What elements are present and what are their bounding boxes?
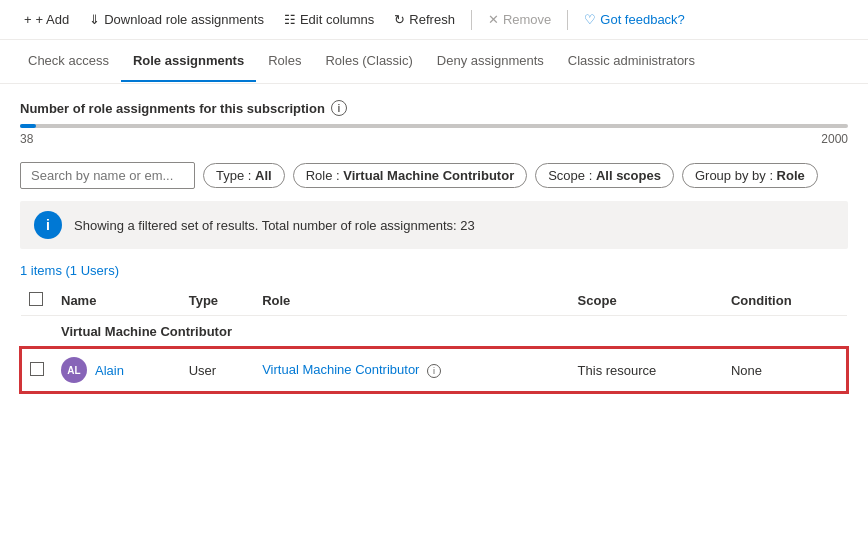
groupby-label: Group by	[695, 168, 748, 183]
select-all-checkbox[interactable]	[29, 292, 43, 306]
main-content: Number of role assignments for this subs…	[0, 84, 868, 536]
filter-row: Type : All Role : Virtual Machine Contri…	[20, 162, 848, 189]
row-type-cell: User	[181, 348, 254, 392]
role-label: Role	[306, 168, 333, 183]
progress-section: Number of role assignments for this subs…	[20, 100, 848, 146]
tab-role-assignments[interactable]: Role assignments	[121, 41, 256, 82]
tab-check-access[interactable]: Check access	[16, 41, 121, 82]
row-scope-cell: This resource	[570, 348, 723, 392]
user-name-link[interactable]: Alain	[95, 363, 124, 378]
col-checkbox	[21, 286, 53, 316]
progress-bar	[20, 124, 848, 128]
tabs: Check access Role assignments Roles Role…	[0, 40, 868, 84]
avatar: AL	[61, 357, 87, 383]
download-icon: ⇓	[89, 12, 100, 27]
progress-labels: 38 2000	[20, 132, 848, 146]
columns-icon: ☷	[284, 12, 296, 27]
role-value: Virtual Machine Contributor	[343, 168, 514, 183]
toolbar: + + Add ⇓ Download role assignments ☷ Ed…	[0, 0, 868, 40]
progress-title-text: Number of role assignments for this subs…	[20, 101, 325, 116]
row-condition-cell: None	[723, 348, 847, 392]
scope-value: All scopes	[596, 168, 661, 183]
tab-roles[interactable]: Roles	[256, 41, 313, 82]
row-name-cell: AL Alain	[53, 348, 181, 392]
search-input[interactable]	[20, 162, 195, 189]
col-condition: Condition	[723, 286, 847, 316]
data-table: Name Type Role Scope Condition Virtual M…	[20, 286, 848, 393]
row-role-cell: Virtual Machine Contributor i	[254, 348, 569, 392]
download-button[interactable]: ⇓ Download role assignments	[81, 8, 272, 31]
remove-label: Remove	[503, 12, 551, 27]
refresh-label: Refresh	[409, 12, 455, 27]
col-scope: Scope	[570, 286, 723, 316]
tab-deny-assignments[interactable]: Deny assignments	[425, 41, 556, 82]
group-header-row: Virtual Machine Contributor	[21, 316, 847, 349]
type-label: Type	[216, 168, 244, 183]
scope-filter[interactable]: Scope : All scopes	[535, 163, 674, 188]
tab-roles-classic[interactable]: Roles (Classic)	[313, 41, 424, 82]
scope-label: Scope	[548, 168, 585, 183]
add-button[interactable]: + + Add	[16, 8, 77, 31]
group-label: Virtual Machine Contributor	[53, 316, 847, 349]
type-filter[interactable]: Type : All	[203, 163, 285, 188]
remove-icon: ✕	[488, 12, 499, 27]
type-value: All	[255, 168, 272, 183]
feedback-button[interactable]: ♡ Got feedback?	[576, 8, 693, 31]
heart-icon: ♡	[584, 12, 596, 27]
progress-current: 38	[20, 132, 33, 146]
tab-classic-administrators[interactable]: Classic administrators	[556, 41, 707, 82]
download-label: Download role assignments	[104, 12, 264, 27]
refresh-icon: ↻	[394, 12, 405, 27]
info-banner-icon: i	[34, 211, 62, 239]
separator-2	[567, 10, 568, 30]
groupby-filter[interactable]: Group by by : Role	[682, 163, 818, 188]
row-checkbox-cell	[21, 348, 53, 392]
edit-columns-label: Edit columns	[300, 12, 374, 27]
progress-max: 2000	[821, 132, 848, 146]
table-meta: 1 items (1 Users)	[20, 263, 848, 278]
col-name: Name	[53, 286, 181, 316]
info-banner: i Showing a filtered set of results. Tot…	[20, 201, 848, 249]
separator-1	[471, 10, 472, 30]
add-icon: +	[24, 12, 32, 27]
role-link[interactable]: Virtual Machine Contributor	[262, 362, 419, 377]
col-role: Role	[254, 286, 569, 316]
feedback-label: Got feedback?	[600, 12, 685, 27]
progress-info-icon[interactable]: i	[331, 100, 347, 116]
groupby-value: Role	[777, 168, 805, 183]
role-filter[interactable]: Role : Virtual Machine Contributor	[293, 163, 528, 188]
refresh-button[interactable]: ↻ Refresh	[386, 8, 463, 31]
progress-bar-fill	[20, 124, 36, 128]
info-banner-text: Showing a filtered set of results. Total…	[74, 218, 475, 233]
row-checkbox[interactable]	[30, 362, 44, 376]
add-label: + Add	[36, 12, 70, 27]
col-type: Type	[181, 286, 254, 316]
edit-columns-button[interactable]: ☷ Edit columns	[276, 8, 382, 31]
remove-button[interactable]: ✕ Remove	[480, 8, 559, 31]
table-row: AL Alain User Virtual Machine Contributo…	[21, 348, 847, 392]
role-info-icon[interactable]: i	[427, 364, 441, 378]
